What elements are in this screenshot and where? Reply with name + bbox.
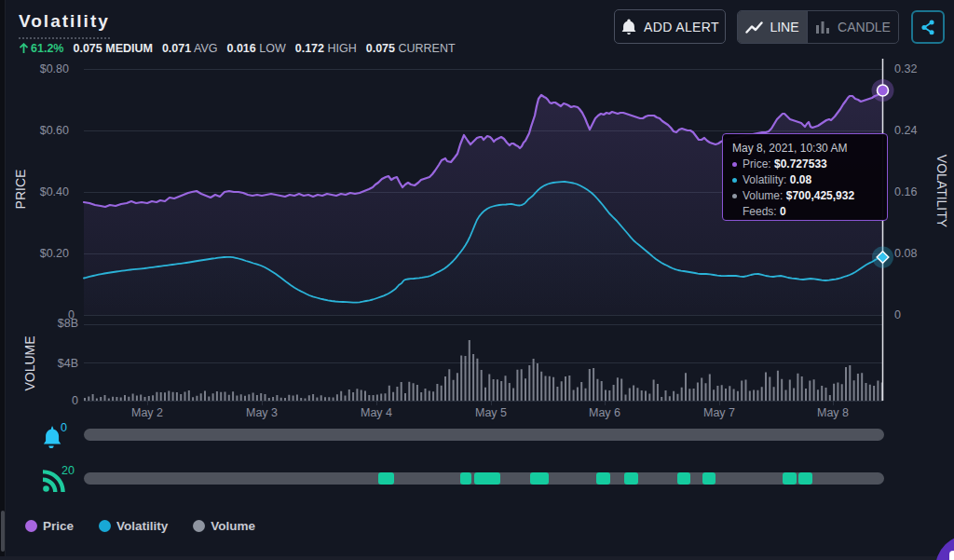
svg-text:0: 0 <box>72 394 78 407</box>
svg-text:VOLATILITY: VOLATILITY <box>934 155 949 228</box>
svg-text:May 6: May 6 <box>589 406 620 419</box>
svg-text:0: 0 <box>894 308 901 321</box>
svg-text:0.32: 0.32 <box>894 62 917 75</box>
svg-text:$0.80: $0.80 <box>40 62 69 75</box>
svg-text:0: 0 <box>61 422 67 434</box>
svg-text:$8B: $8B <box>58 317 78 330</box>
svg-text:0.16: 0.16 <box>894 185 917 198</box>
svg-text:0.24: 0.24 <box>894 124 917 137</box>
svg-text:VOLUME: VOLUME <box>22 335 37 390</box>
svg-text:May 5: May 5 <box>475 406 507 419</box>
svg-text:0.08: 0.08 <box>894 247 917 260</box>
svg-text:May 2: May 2 <box>131 406 163 419</box>
svg-text:May 3: May 3 <box>246 406 278 419</box>
svg-text:May 4: May 4 <box>361 406 392 419</box>
svg-text:May 7: May 7 <box>703 406 735 419</box>
svg-text:$0.20: $0.20 <box>40 247 69 260</box>
svg-text:20: 20 <box>61 464 75 477</box>
svg-text:$0.40: $0.40 <box>40 185 69 198</box>
svg-text:PRICE: PRICE <box>13 170 28 210</box>
svg-text:$4B: $4B <box>58 357 78 370</box>
svg-text:May 8: May 8 <box>817 406 849 419</box>
svg-text:$0.60: $0.60 <box>40 124 69 137</box>
